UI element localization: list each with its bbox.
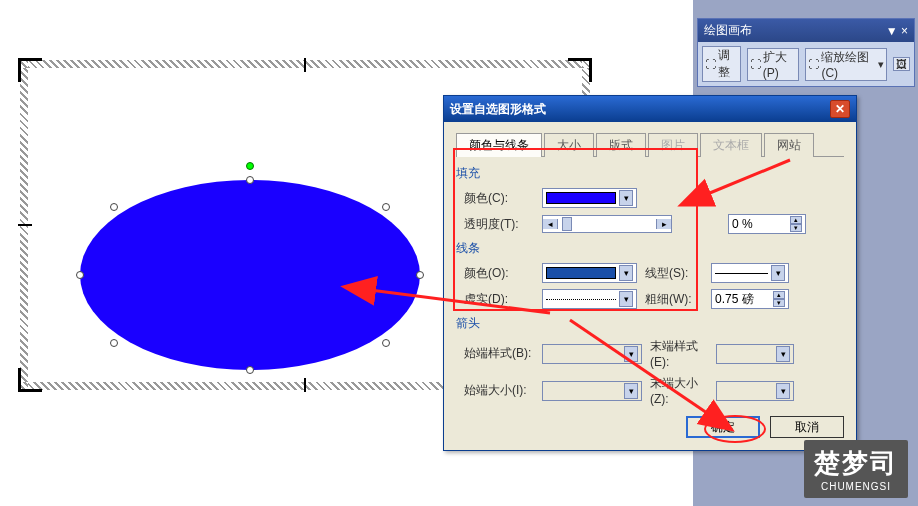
dialog-titlebar[interactable]: 设置自选图形格式 ✕ (444, 96, 856, 122)
begin-style-combo: ▾ (542, 344, 642, 364)
transparency-slider[interactable]: ◂▸ (542, 215, 672, 233)
begin-size-combo: ▾ (542, 381, 642, 401)
watermark: 楚梦司 CHUMENGSI (804, 440, 908, 498)
resize-handle-se[interactable] (382, 339, 390, 347)
close-button[interactable]: ✕ (830, 100, 850, 118)
tab-web[interactable]: 网站 (764, 133, 814, 157)
expand-button[interactable]: ⛶扩大(P) (747, 48, 800, 81)
resize-handle-s[interactable] (246, 366, 254, 374)
crop-corner-bl[interactable] (18, 368, 42, 392)
toolbar-menu-icon[interactable]: ▼ × (886, 24, 908, 38)
chevron-down-icon: ▾ (619, 265, 633, 281)
tab-bar: 颜色与线条 大小 版式 图片 文本框 网站 (456, 132, 844, 157)
resize-handle-n[interactable] (246, 176, 254, 184)
dash-style-picker[interactable]: ▾ (542, 289, 637, 309)
format-autoshape-dialog: 设置自选图形格式 ✕ 颜色与线条 大小 版式 图片 文本框 网站 填充 颜色(C… (443, 95, 857, 451)
line-color-label: 颜色(O): (464, 265, 534, 282)
adjust-button[interactable]: ⛶调整 (702, 46, 741, 82)
transparency-value[interactable]: 0 %▴▾ (728, 214, 806, 234)
resize-handle-ne[interactable] (382, 203, 390, 211)
toolbar-title: 绘图画布 (704, 22, 752, 39)
line-color-swatch (546, 267, 616, 279)
toolbar-titlebar[interactable]: 绘图画布 ▼ × (698, 19, 914, 42)
line-style-label: 线型(S): (645, 265, 703, 282)
tab-picture: 图片 (648, 133, 698, 157)
resize-handle-w[interactable] (76, 271, 84, 279)
end-size-combo: ▾ (716, 381, 794, 401)
wrap-button[interactable]: 🖼 (893, 57, 910, 71)
transparency-label: 透明度(T): (464, 216, 534, 233)
crop-side-bottom[interactable] (304, 378, 306, 392)
fill-color-label: 颜色(C): (464, 190, 534, 207)
resize-handle-sw[interactable] (110, 339, 118, 347)
crop-side-top[interactable] (304, 58, 306, 72)
begin-style-label: 始端样式(B): (464, 345, 534, 362)
rotate-handle[interactable] (246, 162, 254, 170)
dash-label: 虚实(D): (464, 291, 534, 308)
line-section-label: 线条 (456, 240, 844, 257)
begin-size-label: 始端大小(I): (464, 382, 534, 399)
scale-button[interactable]: ⛶缩放绘图(C)▾ (805, 48, 887, 81)
chevron-down-icon: ▾ (619, 190, 633, 206)
line-color-picker[interactable]: ▾ (542, 263, 637, 283)
tab-colors-lines[interactable]: 颜色与线条 (456, 133, 542, 157)
crop-side-left[interactable] (18, 224, 32, 226)
fill-color-swatch (546, 192, 616, 204)
cancel-button[interactable]: 取消 (770, 416, 844, 438)
weight-label: 粗细(W): (645, 291, 703, 308)
arrow-section-label: 箭头 (456, 315, 844, 332)
crop-corner-tl[interactable] (18, 58, 42, 82)
chevron-down-icon: ▾ (619, 291, 633, 307)
crop-corner-tr[interactable] (568, 58, 592, 82)
ellipse-shape[interactable] (80, 180, 420, 370)
tab-size[interactable]: 大小 (544, 133, 594, 157)
resize-handle-nw[interactable] (110, 203, 118, 211)
resize-handle-e[interactable] (416, 271, 424, 279)
drawing-canvas-toolbar[interactable]: 绘图画布 ▼ × ⛶调整 ⛶扩大(P) ⛶缩放绘图(C)▾ 🖼 (697, 18, 915, 87)
fill-section-label: 填充 (456, 165, 844, 182)
end-style-combo: ▾ (716, 344, 794, 364)
line-style-picker[interactable]: ▾ (711, 263, 789, 283)
tab-layout[interactable]: 版式 (596, 133, 646, 157)
end-size-label: 末端大小(Z): (650, 375, 708, 406)
chevron-down-icon: ▾ (771, 265, 785, 281)
end-style-label: 末端样式(E): (650, 338, 708, 369)
fill-color-picker[interactable]: ▾ (542, 188, 637, 208)
weight-spinner[interactable]: 0.75 磅▴▾ (711, 289, 789, 309)
ok-button[interactable]: 确定 (686, 416, 760, 438)
tab-textbox: 文本框 (700, 133, 762, 157)
dialog-title: 设置自选图形格式 (450, 101, 546, 118)
